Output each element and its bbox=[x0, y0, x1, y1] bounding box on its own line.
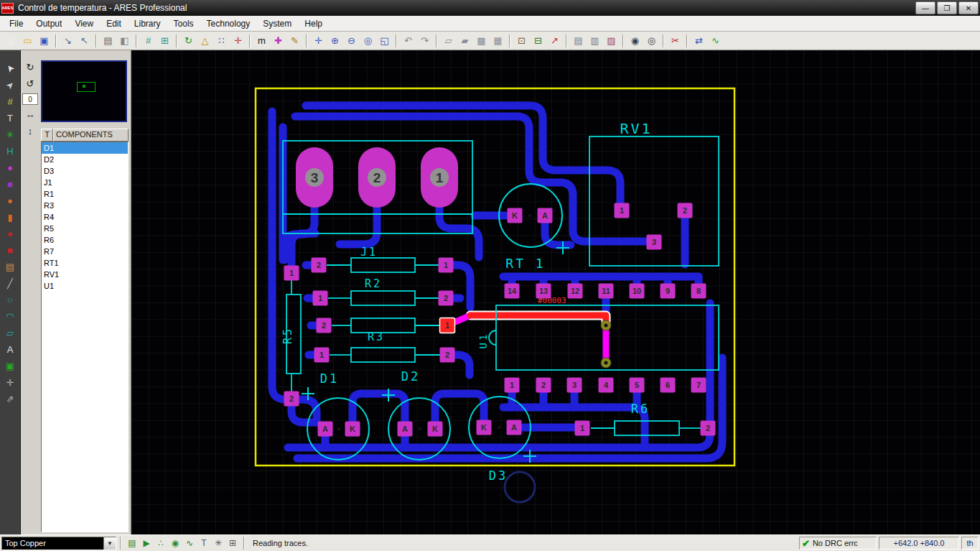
pad[interactable]: 2 bbox=[536, 378, 551, 393]
pad[interactable]: 9 bbox=[661, 284, 676, 299]
smd-pad-icon[interactable]: ■ bbox=[1, 242, 19, 259]
gate-swap-icon[interactable]: ⇄ bbox=[691, 33, 707, 48]
export-region-icon[interactable]: ↖ bbox=[76, 33, 93, 48]
pad[interactable]: 1 bbox=[505, 378, 520, 393]
component-label-j1[interactable]: J1 bbox=[360, 246, 378, 259]
new-layout-icon[interactable]: ▯ bbox=[3, 33, 19, 48]
menu-tools[interactable]: Tools bbox=[167, 17, 200, 31]
dot-grid-icon[interactable]: ∷ bbox=[213, 33, 230, 48]
snap-object-icon[interactable]: ◉ bbox=[168, 537, 182, 550]
text-snap-icon[interactable]: T bbox=[197, 537, 211, 550]
view-netlist-icon[interactable]: ▥ bbox=[587, 33, 603, 48]
component-label-d1[interactable]: D1 bbox=[320, 371, 339, 386]
pad[interactable]: 2 bbox=[440, 348, 455, 363]
pad[interactable]: 1 bbox=[284, 266, 299, 281]
pad[interactable]: 1 bbox=[314, 348, 330, 363]
pad[interactable]: K bbox=[477, 420, 492, 435]
component-item-r5[interactable]: R5 bbox=[42, 223, 128, 234]
pad[interactable]: 2 bbox=[284, 392, 299, 407]
pad[interactable]: 12 bbox=[568, 284, 583, 299]
pcb-drawing[interactable]: #00003321KA12314131211109812345671212212… bbox=[131, 50, 980, 534]
save-layout-icon[interactable]: ▣ bbox=[36, 33, 52, 48]
pad[interactable]: A bbox=[538, 208, 553, 223]
block-rotate-icon[interactable]: ▩ bbox=[473, 33, 490, 48]
origin-icon[interactable]: ✛ bbox=[230, 33, 246, 48]
maximize-button[interactable]: ❐ bbox=[937, 1, 957, 14]
component-item-d1[interactable]: D1 bbox=[42, 142, 128, 154]
component-label-d2[interactable]: D2 bbox=[401, 369, 420, 384]
pad[interactable]: 1 bbox=[439, 258, 454, 273]
pad[interactable]: 2 bbox=[312, 258, 327, 273]
pad[interactable]: A bbox=[507, 420, 522, 435]
layer-flip-icon[interactable]: ▤ bbox=[125, 537, 139, 550]
pad[interactable]: K bbox=[345, 422, 360, 437]
component-label-r6[interactable]: R6 bbox=[631, 402, 650, 416]
pad[interactable]: K bbox=[428, 422, 443, 437]
menu-output[interactable]: Output bbox=[29, 17, 68, 31]
dil-pad-icon[interactable]: ● bbox=[1, 193, 19, 209]
view-report-icon[interactable]: ▤ bbox=[570, 33, 587, 48]
component-label-r3[interactable]: R3 bbox=[368, 330, 385, 343]
arc-tool-icon[interactable]: ◠ bbox=[1, 308, 19, 325]
auto-router-icon[interactable]: ✂ bbox=[667, 33, 683, 48]
marker-icon[interactable]: ✚ bbox=[270, 33, 286, 48]
selector-header-components[interactable]: COMPONENTS bbox=[53, 129, 129, 142]
circle-tool-icon[interactable]: ○ bbox=[1, 292, 19, 308]
layer-selector[interactable]: Top Copper ▼ bbox=[1, 537, 116, 550]
pad[interactable]: 3 bbox=[567, 378, 582, 393]
pad[interactable]: 3 bbox=[296, 147, 333, 208]
menu-edit[interactable]: Edit bbox=[100, 17, 128, 31]
menu-file[interactable]: File bbox=[3, 17, 29, 31]
pad[interactable]: 2 bbox=[701, 421, 716, 436]
component-item-d2[interactable]: D2 bbox=[42, 154, 128, 165]
auto-check-icon[interactable]: △ bbox=[197, 33, 213, 48]
layer-selector-value[interactable]: Top Copper bbox=[2, 537, 103, 550]
square-pad-icon[interactable]: ■ bbox=[1, 176, 19, 193]
set-output-area-icon[interactable]: ◧ bbox=[116, 33, 133, 48]
pick-parts-icon[interactable]: ⊡ bbox=[513, 33, 530, 48]
connectivity-icon[interactable]: H bbox=[1, 143, 19, 159]
marker-tool-icon[interactable]: ✛ bbox=[1, 374, 19, 391]
menu-help[interactable]: Help bbox=[298, 17, 329, 31]
pad[interactable]: 14 bbox=[505, 284, 520, 299]
block-delete-icon[interactable]: ▦ bbox=[490, 33, 506, 48]
round-pad-icon[interactable]: ● bbox=[1, 159, 19, 176]
angle-box[interactable]: 0 bbox=[22, 93, 38, 105]
pad[interactable]: 1 bbox=[421, 147, 458, 208]
find-icon[interactable]: ◉ bbox=[627, 33, 643, 48]
dimension-tool-icon[interactable]: ⇗ bbox=[1, 391, 19, 407]
menu-technology[interactable]: Technology bbox=[200, 17, 257, 31]
pad[interactable]: 2 bbox=[317, 318, 332, 333]
padstack-icon[interactable]: ▤ bbox=[1, 259, 19, 275]
component-item-rt1[interactable]: RT1 bbox=[42, 257, 128, 269]
curved-route-icon[interactable]: ∿ bbox=[182, 537, 197, 550]
block-move-icon[interactable]: ▰ bbox=[457, 33, 473, 48]
component-label-rv1[interactable]: RV1 bbox=[620, 120, 652, 137]
pad[interactable]: 11 bbox=[599, 284, 614, 299]
text-tool-icon[interactable]: A bbox=[1, 341, 19, 358]
grid-jump-icon[interactable]: ⊞ bbox=[225, 537, 240, 550]
make-package-icon[interactable]: ⊟ bbox=[530, 33, 546, 48]
component-item-r1[interactable]: R1 bbox=[42, 188, 128, 200]
pad[interactable]: 1 bbox=[313, 291, 328, 306]
pad[interactable]: 7 bbox=[691, 378, 706, 393]
component-item-u1[interactable]: U1 bbox=[42, 280, 128, 292]
minimize-button[interactable]: — bbox=[915, 1, 935, 14]
component-item-r3[interactable]: R3 bbox=[42, 200, 128, 211]
pad[interactable]: 6 bbox=[661, 378, 676, 393]
rotate-ccw-icon[interactable]: ↺ bbox=[23, 77, 38, 91]
pan-icon[interactable]: ✛ bbox=[310, 33, 327, 48]
import-region-icon[interactable]: ↘ bbox=[60, 33, 76, 48]
mirror-v-icon[interactable]: ↕ bbox=[23, 124, 38, 138]
component-label-u1[interactable]: U1 bbox=[477, 333, 489, 349]
component-item-r4[interactable]: R4 bbox=[42, 211, 128, 223]
pad[interactable]: 5 bbox=[630, 378, 645, 393]
pad[interactable]: 2 bbox=[678, 203, 693, 218]
menu-library[interactable]: Library bbox=[128, 17, 167, 31]
pad[interactable]: 1 bbox=[440, 318, 455, 333]
pad[interactable]: 1 bbox=[615, 203, 630, 218]
edge-pad-icon[interactable]: ▮ bbox=[1, 209, 19, 226]
trace-play-icon[interactable]: ▶ bbox=[139, 537, 154, 550]
print-icon[interactable]: ▤ bbox=[100, 33, 116, 48]
component-item-d3[interactable]: D3 bbox=[42, 165, 128, 177]
